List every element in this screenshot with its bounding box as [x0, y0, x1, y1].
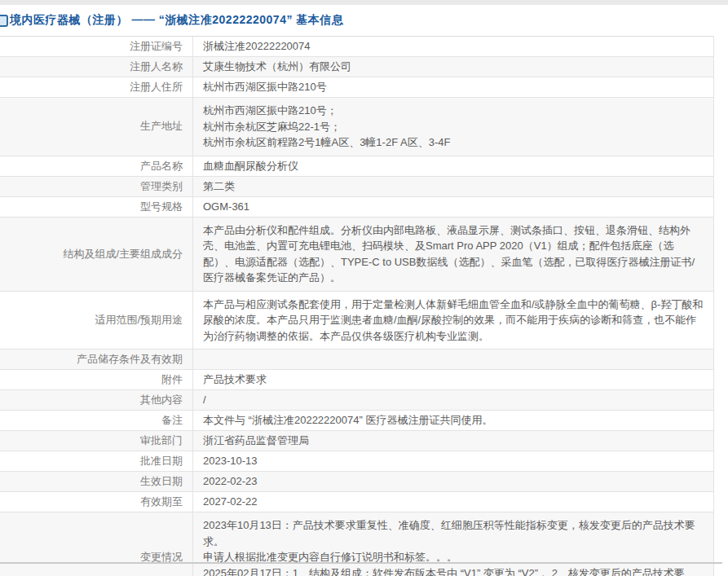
row-label: 备注 [0, 411, 193, 430]
row-value: 杭州市西湖区振中路210号； 杭州市余杭区芝麻坞22-1号； 杭州市余杭区前程路… [193, 98, 713, 156]
table-row: 注册证编号 浙械注准20222220074 [0, 37, 713, 57]
row-value: / [193, 390, 713, 410]
title-bar: 境内医疗器械（注册） —— “浙械注准20222220074” 基本信息 [0, 5, 728, 36]
row-value: 产品技术要求 [193, 370, 713, 389]
table-row: 备注 本文件与 “浙械注准20222220074” 医疗器械注册证共同使用。 [0, 411, 713, 431]
row-value: 本产品由分析仪和配件组成。分析仪由内部电路板、液晶显示屏、测试条插口、按钮、退条… [193, 218, 713, 291]
bottom-divider [0, 562, 722, 564]
row-value: 2027-02-22 [193, 492, 713, 512]
table-row: 管理类别 第二类 [0, 177, 713, 197]
row-label: 结构及组成/主要组成成分 [0, 218, 193, 291]
certificate-icon [0, 15, 8, 27]
row-label: 其他内容 [0, 390, 193, 410]
row-label: 审批部门 [0, 431, 193, 451]
row-label: 适用范围/预期用途 [0, 292, 193, 350]
table-row: 结构及组成/主要组成成分 本产品由分析仪和配件组成。分析仪由内部电路板、液晶显示… [0, 218, 713, 292]
table-row: 生产地址 杭州市西湖区振中路210号； 杭州市余杭区芝麻坞22-1号； 杭州市余… [0, 98, 713, 156]
row-value: 浙江省药品监督管理局 [193, 431, 713, 451]
row-label: 批准日期 [0, 451, 193, 471]
row-value: 2023-10-13 [193, 451, 713, 471]
registration-info-table: 注册证编号 浙械注准20222220074 注册人名称 艾康生物技术（杭州）有限… [0, 36, 714, 576]
table-row: 附件 产品技术要求 [0, 370, 713, 390]
row-label: 生效日期 [0, 472, 193, 491]
table-row: 变更情况 2023年10月13日：产品技术要求重复性、准确度、红细胞压积等性能指… [0, 512, 713, 576]
row-label: 产品储存条件及有效期 [0, 350, 193, 369]
row-label: 管理类别 [0, 177, 193, 196]
row-value: 第二类 [193, 177, 713, 196]
row-value [193, 350, 713, 369]
table-row: 适用范围/预期用途 本产品与相应测试条配套使用，用于定量检测人体新鲜毛细血管全血… [0, 292, 713, 350]
row-label: 产品名称 [0, 156, 193, 176]
row-label: 注册证编号 [0, 37, 193, 56]
table-row: 注册人住所 杭州市西湖区振中路210号 [0, 77, 713, 98]
table-row: 产品名称 血糖血酮尿酸分析仪 [0, 156, 713, 177]
row-label: 生产地址 [0, 98, 193, 156]
table-row: 其他内容 / [0, 390, 713, 411]
row-value: 杭州市西湖区振中路210号 [193, 77, 713, 97]
row-label: 有效期至 [0, 492, 193, 512]
row-value: 血糖血酮尿酸分析仪 [193, 156, 713, 176]
page-title: 境内医疗器械（注册） —— “浙械注准20222220074” 基本信息 [10, 13, 343, 28]
row-value: 2022-02-23 [193, 472, 713, 491]
table-row: 批准日期 2023-10-13 [0, 451, 713, 472]
row-value: 本文件与 “浙械注准20222220074” 医疗器械注册证共同使用。 [193, 411, 713, 430]
row-label: 注册人住所 [0, 77, 193, 97]
row-value: 2023年10月13日：产品技术要求重复性、准确度、红细胞压积等性能指标变更，核… [193, 512, 713, 576]
table-row: 生效日期 2022-02-23 [0, 472, 713, 492]
table-row: 有效期至 2027-02-22 [0, 492, 713, 512]
row-value: 浙械注准20222220074 [193, 37, 713, 56]
page: 境内医疗器械（注册） —— “浙械注准20222220074” 基本信息 注册证… [0, 0, 728, 576]
row-value: 本产品与相应测试条配套使用，用于定量检测人体新鲜毛细血管全血和/或静脉全血中的葡… [193, 292, 713, 350]
row-label: 变更情况 [0, 512, 193, 576]
row-value: OGM-361 [193, 197, 713, 217]
row-value: 艾康生物技术（杭州）有限公司 [193, 57, 713, 77]
table-row: 审批部门 浙江省药品监督管理局 [0, 431, 713, 451]
row-label: 型号规格 [0, 197, 193, 217]
table-row: 注册人名称 艾康生物技术（杭州）有限公司 [0, 57, 713, 77]
table-row: 产品储存条件及有效期 [0, 350, 713, 370]
table-row: 型号规格 OGM-361 [0, 197, 713, 218]
row-label: 附件 [0, 370, 193, 389]
row-label: 注册人名称 [0, 57, 193, 77]
